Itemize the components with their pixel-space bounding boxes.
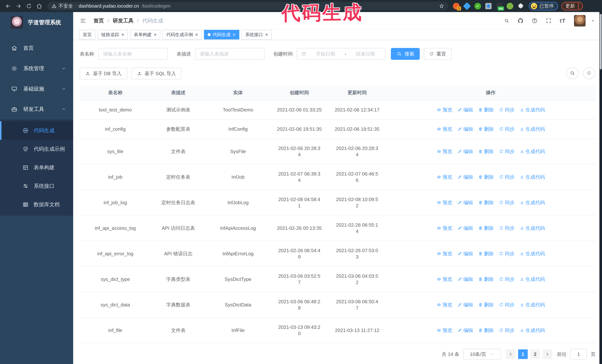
table-desc-input[interactable] [195,48,265,60]
browser-menu-icon[interactable] [578,3,579,9]
row-action-sync[interactable]: 同步 [499,250,515,257]
browser-forward-button[interactable] [13,1,24,11]
next-page-button[interactable] [543,349,552,359]
row-action-sync[interactable]: 同步 [499,174,515,180]
row-action-sync[interactable]: 同步 [499,107,515,113]
user-avatar[interactable] [574,15,586,27]
row-action-trash[interactable]: 删除 [478,199,494,206]
row-action-download[interactable]: 生成代码 [520,276,545,282]
sidebar-item[interactable]: 研发工具 [0,99,73,119]
row-action-download[interactable]: 生成代码 [520,250,545,257]
refresh-table-button[interactable] [583,67,595,79]
sidebar-subitem[interactable]: 数据库文档 [0,195,73,214]
row-action-download[interactable]: 生成代码 [520,148,545,155]
bookmark-star-icon[interactable] [439,3,444,9]
sql-import-button[interactable]: 基于 SQL 导入 [131,68,182,79]
row-action-edit[interactable]: 编辑 [458,276,473,282]
row-action-eye[interactable]: 预览 [437,225,452,231]
extension-gem-icon[interactable] [463,2,471,10]
row-action-download[interactable]: 生成代码 [520,225,545,231]
row-action-eye[interactable]: 预览 [437,302,452,308]
sidebar-subitem[interactable]: 表单构建 [0,158,73,177]
sidebar-item[interactable]: 基础设施 [0,79,73,99]
github-icon[interactable] [517,18,524,24]
row-action-edit[interactable]: 编辑 [458,174,473,180]
sidebar-item[interactable]: 首页 [0,38,73,58]
tag-view-tab[interactable]: 表单构建× [130,30,160,40]
row-action-edit[interactable]: 编辑 [458,148,473,155]
row-action-trash[interactable]: 删除 [478,225,494,231]
row-action-eye[interactable]: 预览 [437,199,452,206]
tab-close-icon[interactable]: × [154,32,157,37]
prev-page-button[interactable] [506,349,516,359]
browser-back-button[interactable] [3,1,13,11]
scrollbar-thumb[interactable] [600,14,602,69]
address-bar[interactable]: 不安全 dashboard.yudao.iocoder.cn /tool/cod… [47,2,448,10]
row-action-download[interactable]: 生成代码 [520,107,545,113]
sidebar-subitem[interactable]: 代码生成 [0,121,73,140]
row-action-download[interactable]: 生成代码 [520,126,545,132]
date-range-picker[interactable]: 开始日期 - 结束日期 [297,48,385,60]
row-action-edit[interactable]: 编辑 [458,225,473,231]
db-import-button[interactable]: 基于 DB 导入 [80,68,127,79]
row-action-sync[interactable]: 同步 [499,126,515,132]
row-action-trash[interactable]: 删除 [478,148,494,155]
table-name-input[interactable] [98,48,168,60]
sidebar-subitem[interactable]: 系统接口 [0,177,73,195]
row-action-edit[interactable]: 编辑 [458,250,473,257]
row-action-trash[interactable]: 删除 [478,107,494,113]
tab-close-icon[interactable]: × [121,32,124,37]
page-scrollbar[interactable] [599,12,602,364]
extensions-puzzle-icon[interactable] [517,2,524,10]
row-action-trash[interactable]: 删除 [478,327,494,333]
row-action-download[interactable]: 生成代码 [520,302,545,308]
row-action-sync[interactable]: 同步 [499,276,515,282]
row-action-trash[interactable]: 删除 [478,250,494,257]
extension-icon-1[interactable]: 1 [452,2,460,10]
row-action-download[interactable]: 生成代码 [520,327,545,333]
page-size-select[interactable]: 10条/页 [463,349,501,360]
tag-view-tab[interactable]: 首页 [79,30,95,40]
fullscreen-icon[interactable] [546,18,552,24]
row-action-trash[interactable]: 删除 [478,126,494,132]
row-action-trash[interactable]: 删除 [478,276,494,282]
sidebar-item[interactable]: 系统管理 [0,58,73,79]
tag-view-tab[interactable]: 链路追踪× [98,30,128,40]
search-button[interactable]: 搜索 [391,48,420,60]
hamburger-icon[interactable] [80,17,86,24]
tag-view-tab[interactable]: 代码生成示例× [162,30,202,40]
toggle-search-button[interactable] [566,67,578,79]
row-action-edit[interactable]: 编辑 [458,107,473,113]
extension-on-icon[interactable]: on [495,2,503,10]
row-action-edit[interactable]: 编辑 [458,126,473,132]
breadcrumb-item[interactable]: 首页 [94,17,104,24]
search-icon[interactable] [504,18,509,23]
row-action-trash[interactable]: 删除 [478,174,494,180]
page-number-button[interactable]: 1 [518,349,528,359]
row-action-download[interactable]: 生成代码 [520,199,545,206]
extension-check-icon[interactable]: ✓ [474,2,481,10]
goto-page-input[interactable] [570,349,587,360]
reset-button[interactable]: 重置 [424,48,452,60]
extension-robot-icon[interactable] [506,2,514,10]
browser-update-button[interactable]: 更新 [561,2,583,10]
tag-view-tab[interactable]: 系统接口× [242,30,272,40]
extension-grid-icon[interactable] [485,2,492,10]
browser-home-button[interactable] [34,1,44,11]
row-action-sync[interactable]: 同步 [499,327,515,333]
row-action-download[interactable]: 生成代码 [520,174,545,180]
row-action-eye[interactable]: 预览 [437,148,452,155]
row-action-eye[interactable]: 预览 [437,107,452,113]
security-warning[interactable]: 不安全 [52,3,73,9]
row-action-eye[interactable]: 预览 [437,174,452,180]
row-action-sync[interactable]: 同步 [499,199,515,206]
row-action-eye[interactable]: 预览 [437,250,452,257]
row-action-sync[interactable]: 同步 [499,148,515,155]
help-icon[interactable] [532,18,538,24]
tag-view-tab[interactable]: 代码生成× [204,30,239,40]
row-action-eye[interactable]: 预览 [437,327,452,333]
tab-close-icon[interactable]: × [233,32,236,37]
row-action-edit[interactable]: 编辑 [458,327,473,333]
paused-profile-badge[interactable]: 已暂停 [529,2,558,10]
row-action-sync[interactable]: 同步 [499,225,515,231]
